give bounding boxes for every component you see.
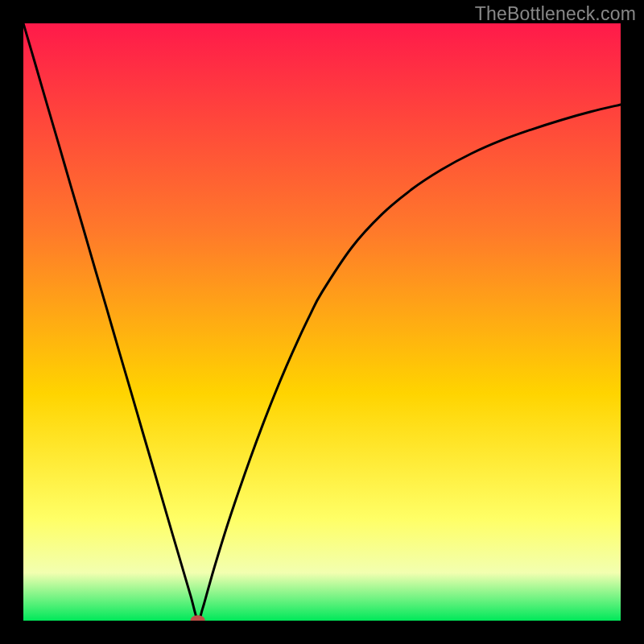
watermark-text: TheBottleneck.com [475, 3, 636, 25]
chart-frame: TheBottleneck.com [0, 0, 644, 644]
bottleneck-chart [23, 23, 621, 621]
gradient-background [23, 23, 621, 621]
